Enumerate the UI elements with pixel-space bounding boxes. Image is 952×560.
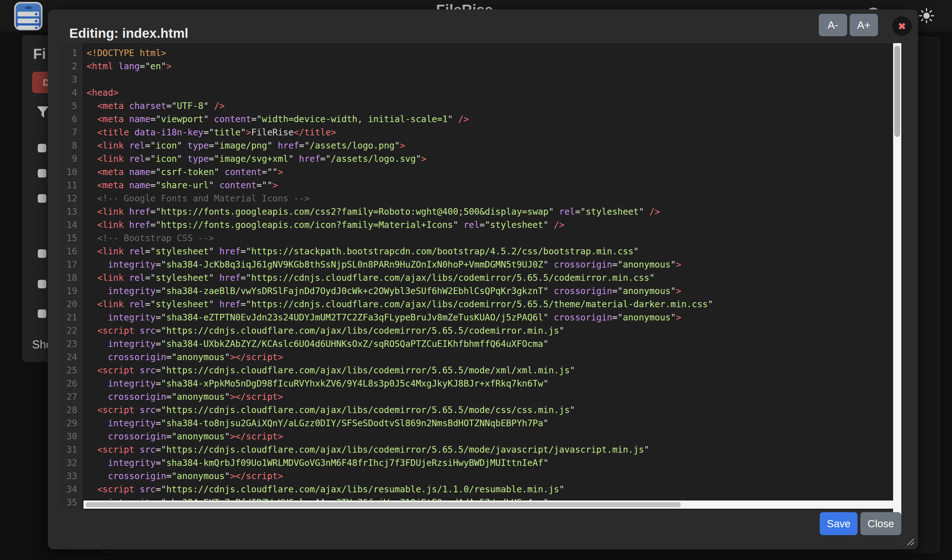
code-line: <meta charset="UTF-8" /> (87, 99, 893, 113)
code-line: <meta name="csrf-token" content=""> (87, 165, 893, 179)
code-line: <link rel="stylesheet" href="https://sta… (87, 245, 893, 258)
line-number: 1 (61, 46, 83, 60)
code-line: <link href="https://fonts.googleapis.com… (87, 219, 893, 232)
code-line: integrity="sha384-to8njsu2GAiXQnY/aLGzz0… (87, 417, 893, 430)
line-number: 7 (61, 126, 83, 139)
line-number: 17 (61, 258, 83, 272)
line-number: 20 (61, 298, 83, 311)
horizontal-scrollbar-thumb[interactable] (86, 502, 681, 507)
code-line: crossorigin="anonymous"></script> (87, 470, 893, 483)
line-number: 28 (61, 404, 83, 417)
code-line: crossorigin="anonymous"></script> (87, 390, 893, 404)
screen: FileRise Fi D Sho Editing: index.html A-… (0, 0, 952, 560)
code-line: integrity="sha384-kmQrbJf09Uo1WRLMDVGoVG… (87, 457, 893, 470)
line-number: 25 (61, 364, 83, 377)
line-number: 4 (61, 86, 83, 99)
font-decrease-button[interactable]: A- (819, 14, 847, 36)
line-number: 27 (61, 390, 83, 404)
line-number: 29 (61, 417, 83, 430)
code-line: crossorigin="anonymous"></script> (87, 351, 893, 364)
line-number: 13 (61, 205, 83, 219)
code-lines: <!DOCTYPE html><html lang="en"><head> <m… (87, 46, 893, 509)
line-number: 31 (61, 443, 83, 457)
code-line: crossorigin="anonymous"></script> (87, 430, 893, 443)
line-number-gutter: 1234567891011121314151617181920212223242… (61, 43, 83, 509)
line-number: 6 (61, 113, 83, 126)
code-line: integrity="sha384-zaeBlB/vwYsDRSlFajnDd7… (87, 285, 893, 298)
code-line: integrity="sha384-eZTPTN0EvJdn23s24UDYJm… (87, 311, 893, 324)
line-number: 19 (61, 285, 83, 298)
line-number: 11 (61, 179, 83, 192)
code-line: <title data-i18n-key="title">FileRise</t… (87, 126, 893, 139)
code-line: <meta name="share-url" content=""> (87, 179, 893, 192)
code-line: <script src="https://cdnjs.cloudflare.co… (87, 324, 893, 338)
line-number: 16 (61, 245, 83, 258)
code-line: <script src="https://cdnjs.cloudflare.co… (87, 483, 893, 496)
line-number: 33 (61, 470, 83, 483)
line-number: 21 (61, 311, 83, 324)
line-number: 35 (61, 496, 83, 509)
line-number: 26 (61, 377, 83, 390)
line-number: 15 (61, 232, 83, 245)
line-number: 10 (61, 165, 83, 179)
code-line: <!DOCTYPE html> (87, 46, 893, 60)
code-line: <link rel="icon" type="image/png" href="… (87, 139, 893, 152)
code-line: <!-- Bootstrap CSS --> (87, 232, 893, 245)
code-line: <head> (87, 86, 893, 99)
horizontal-scrollbar[interactable] (83, 500, 893, 509)
code-line: <meta name="viewport" content="width=dev… (87, 113, 893, 126)
line-number: 30 (61, 430, 83, 443)
line-number: 32 (61, 457, 83, 470)
code-line: <link rel="stylesheet" href="https://cdn… (87, 298, 893, 311)
code-line: <script src="https://cdnjs.cloudflare.co… (87, 364, 893, 377)
close-button[interactable]: Close (860, 512, 901, 535)
line-number: 34 (61, 483, 83, 496)
code-line: <script src="https://cdnjs.cloudflare.co… (87, 443, 893, 457)
editor-modal: Editing: index.html A- A+ ✖ 123456789101… (48, 9, 918, 549)
resize-handle[interactable] (906, 538, 914, 545)
line-number: 22 (61, 324, 83, 338)
code-line: <link href="https://fonts.googleapis.com… (87, 205, 893, 219)
code-line (87, 73, 893, 86)
code-line: integrity="sha384-xPpkMo5nDgD98fIcuRVYhx… (87, 377, 893, 390)
line-number: 18 (61, 272, 83, 285)
code-line: <html lang="en"> (87, 60, 893, 73)
line-number: 23 (61, 338, 83, 351)
line-number: 3 (61, 73, 83, 86)
line-number: 8 (61, 139, 83, 152)
font-increase-button[interactable]: A+ (850, 14, 878, 36)
close-icon[interactable]: ✖ (892, 16, 912, 36)
line-number: 5 (61, 99, 83, 113)
code-line: <!-- Google Fonts and Material Icons --> (87, 192, 893, 205)
modal-title: Editing: index.html (69, 26, 188, 41)
line-number: 24 (61, 351, 83, 364)
vertical-scrollbar[interactable] (893, 43, 901, 518)
code-line: <link rel="stylesheet" href="https://cdn… (87, 272, 893, 285)
line-number: 9 (61, 152, 83, 165)
code-line: integrity="sha384-JcKb8q3iqJ61gNV9KGb8th… (87, 258, 893, 272)
line-number: 2 (61, 60, 83, 73)
code-line: <link rel="icon" type="image/svg+xml" hr… (87, 152, 893, 165)
code-line: integrity="sha384-UXbkZAbZYZ/KCAslc6UO4d… (87, 338, 893, 351)
save-button[interactable]: Save (820, 512, 858, 535)
code-editor[interactable]: <!DOCTYPE html><html lang="en"><head> <m… (83, 43, 893, 510)
code-line: <script src="https://cdnjs.cloudflare.co… (87, 404, 893, 417)
line-number: 14 (61, 219, 83, 232)
vertical-scrollbar-thumb[interactable] (894, 46, 900, 137)
line-number: 12 (61, 192, 83, 205)
